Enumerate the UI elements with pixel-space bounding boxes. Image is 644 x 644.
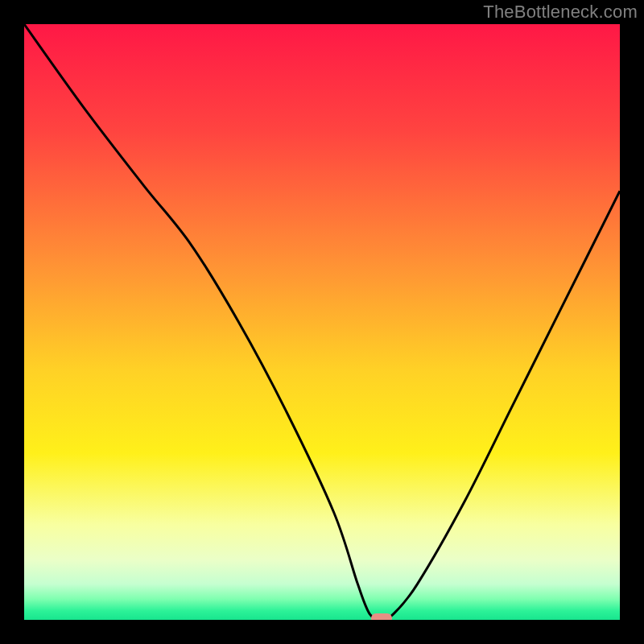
curve-path [24,24,620,620]
chart-frame: TheBottleneck.com [0,0,644,644]
bottleneck-curve [24,24,620,620]
watermark-text: TheBottleneck.com [483,2,638,23]
plot-area [24,24,620,620]
optimal-marker [371,613,392,620]
